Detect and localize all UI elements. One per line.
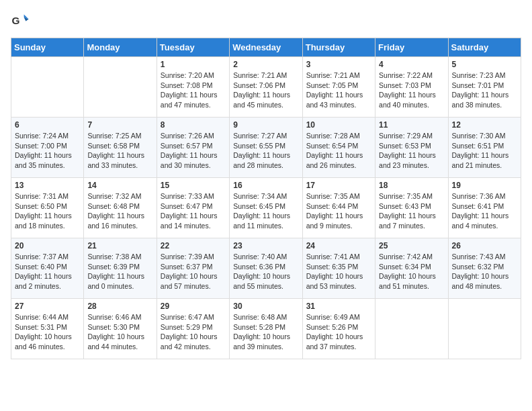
column-header-saturday: Saturday <box>448 38 521 57</box>
day-content: Sunrise: 7:21 AM Sunset: 7:05 PM Dayligh… <box>306 71 371 110</box>
day-number: 18 <box>379 181 444 190</box>
calendar-cell: 11Sunrise: 7:29 AM Sunset: 6:53 PM Dayli… <box>375 118 448 178</box>
day-number: 1 <box>161 60 226 69</box>
logo: G <box>11 11 32 30</box>
calendar-cell: 23Sunrise: 7:40 AM Sunset: 6:36 PM Dayli… <box>230 238 302 299</box>
day-content: Sunrise: 7:39 AM Sunset: 6:37 PM Dayligh… <box>161 252 226 291</box>
day-content: Sunrise: 7:21 AM Sunset: 7:06 PM Dayligh… <box>233 71 298 110</box>
day-number: 13 <box>15 181 80 190</box>
column-header-tuesday: Tuesday <box>157 38 229 57</box>
day-content: Sunrise: 7:31 AM Sunset: 6:50 PM Dayligh… <box>15 191 80 231</box>
logo-icon: G <box>11 11 30 30</box>
day-content: Sunrise: 6:44 AM Sunset: 5:31 PM Dayligh… <box>15 312 80 352</box>
day-content: Sunrise: 7:20 AM Sunset: 7:08 PM Dayligh… <box>161 71 226 110</box>
day-content: Sunrise: 7:29 AM Sunset: 6:53 PM Dayligh… <box>379 131 444 171</box>
column-header-friday: Friday <box>375 38 448 57</box>
calendar-table: SundayMondayTuesdayWednesdayThursdayFrid… <box>11 38 521 359</box>
day-number: 21 <box>87 241 152 250</box>
calendar-cell: 5Sunrise: 7:23 AM Sunset: 7:01 PM Daylig… <box>448 57 521 118</box>
day-content: Sunrise: 7:30 AM Sunset: 6:51 PM Dayligh… <box>452 131 517 171</box>
day-number: 27 <box>15 302 80 311</box>
day-number: 26 <box>452 241 517 250</box>
day-number: 11 <box>379 120 444 130</box>
day-content: Sunrise: 7:35 AM Sunset: 6:44 PM Dayligh… <box>306 191 371 231</box>
calendar-cell: 7Sunrise: 7:25 AM Sunset: 6:58 PM Daylig… <box>84 118 157 178</box>
day-number: 3 <box>306 60 371 69</box>
calendar-cell: 10Sunrise: 7:28 AM Sunset: 6:54 PM Dayli… <box>302 118 375 178</box>
calendar-header-row: SundayMondayTuesdayWednesdayThursdayFrid… <box>11 38 521 57</box>
day-content: Sunrise: 7:27 AM Sunset: 6:55 PM Dayligh… <box>233 131 298 171</box>
calendar-cell: 21Sunrise: 7:38 AM Sunset: 6:39 PM Dayli… <box>84 238 157 299</box>
day-number: 5 <box>452 60 517 69</box>
day-number: 8 <box>161 120 226 130</box>
calendar-cell: 19Sunrise: 7:36 AM Sunset: 6:41 PM Dayli… <box>448 178 521 238</box>
column-header-sunday: Sunday <box>11 38 84 57</box>
calendar-cell: 1Sunrise: 7:20 AM Sunset: 7:08 PM Daylig… <box>157 57 229 118</box>
calendar-cell: 2Sunrise: 7:21 AM Sunset: 7:06 PM Daylig… <box>230 57 302 118</box>
day-number: 24 <box>306 241 371 250</box>
day-number: 12 <box>452 120 517 130</box>
calendar-cell: 6Sunrise: 7:24 AM Sunset: 7:00 PM Daylig… <box>11 118 84 178</box>
calendar-cell: 28Sunrise: 6:46 AM Sunset: 5:30 PM Dayli… <box>84 299 157 359</box>
calendar-cell: 18Sunrise: 7:35 AM Sunset: 6:43 PM Dayli… <box>375 178 448 238</box>
day-content: Sunrise: 6:48 AM Sunset: 5:28 PM Dayligh… <box>233 312 298 352</box>
day-number: 23 <box>233 241 298 250</box>
day-content: Sunrise: 7:40 AM Sunset: 6:36 PM Dayligh… <box>233 252 298 291</box>
day-content: Sunrise: 7:28 AM Sunset: 6:54 PM Dayligh… <box>306 131 371 171</box>
day-content: Sunrise: 6:49 AM Sunset: 5:26 PM Dayligh… <box>306 312 371 352</box>
day-content: Sunrise: 6:46 AM Sunset: 5:30 PM Dayligh… <box>87 312 152 352</box>
day-number: 6 <box>15 120 80 130</box>
day-number: 17 <box>306 181 371 190</box>
day-content: Sunrise: 7:23 AM Sunset: 7:01 PM Dayligh… <box>452 71 517 110</box>
day-content: Sunrise: 7:43 AM Sunset: 6:32 PM Dayligh… <box>452 252 517 291</box>
calendar-cell: 27Sunrise: 6:44 AM Sunset: 5:31 PM Dayli… <box>11 299 84 359</box>
day-content: Sunrise: 7:42 AM Sunset: 6:34 PM Dayligh… <box>379 252 444 291</box>
day-content: Sunrise: 7:33 AM Sunset: 6:47 PM Dayligh… <box>161 191 226 231</box>
day-content: Sunrise: 7:25 AM Sunset: 6:58 PM Dayligh… <box>87 131 152 171</box>
calendar-cell: 20Sunrise: 7:37 AM Sunset: 6:40 PM Dayli… <box>11 238 84 299</box>
calendar-cell: 9Sunrise: 7:27 AM Sunset: 6:55 PM Daylig… <box>230 118 302 178</box>
calendar-cell: 29Sunrise: 6:47 AM Sunset: 5:29 PM Dayli… <box>157 299 229 359</box>
calendar-cell: 17Sunrise: 7:35 AM Sunset: 6:44 PM Dayli… <box>302 178 375 238</box>
week-row-5: 27Sunrise: 6:44 AM Sunset: 5:31 PM Dayli… <box>11 299 521 359</box>
day-number: 31 <box>306 302 371 311</box>
page-header: G <box>11 11 521 30</box>
day-content: Sunrise: 6:47 AM Sunset: 5:29 PM Dayligh… <box>161 312 226 352</box>
day-content: Sunrise: 7:38 AM Sunset: 6:39 PM Dayligh… <box>87 252 152 291</box>
svg-text:G: G <box>11 15 19 26</box>
column-header-monday: Monday <box>84 38 157 57</box>
calendar-cell <box>448 299 521 359</box>
calendar-cell: 30Sunrise: 6:48 AM Sunset: 5:28 PM Dayli… <box>230 299 302 359</box>
day-number: 19 <box>452 181 517 190</box>
calendar-cell: 26Sunrise: 7:43 AM Sunset: 6:32 PM Dayli… <box>448 238 521 299</box>
column-header-thursday: Thursday <box>302 38 375 57</box>
day-number: 29 <box>161 302 226 311</box>
day-content: Sunrise: 7:37 AM Sunset: 6:40 PM Dayligh… <box>15 252 80 291</box>
day-number: 10 <box>306 120 371 130</box>
day-content: Sunrise: 7:41 AM Sunset: 6:35 PM Dayligh… <box>306 252 371 291</box>
day-content: Sunrise: 7:32 AM Sunset: 6:48 PM Dayligh… <box>87 191 152 231</box>
day-number: 2 <box>233 60 298 69</box>
day-number: 16 <box>233 181 298 190</box>
day-number: 14 <box>87 181 152 190</box>
week-row-2: 6Sunrise: 7:24 AM Sunset: 7:00 PM Daylig… <box>11 118 521 178</box>
day-content: Sunrise: 7:22 AM Sunset: 7:03 PM Dayligh… <box>379 71 444 110</box>
day-number: 20 <box>15 241 80 250</box>
day-number: 7 <box>87 120 152 130</box>
day-number: 25 <box>379 241 444 250</box>
column-header-wednesday: Wednesday <box>230 38 302 57</box>
day-number: 28 <box>87 302 152 311</box>
calendar-cell: 3Sunrise: 7:21 AM Sunset: 7:05 PM Daylig… <box>302 57 375 118</box>
day-number: 30 <box>233 302 298 311</box>
week-row-1: 1Sunrise: 7:20 AM Sunset: 7:08 PM Daylig… <box>11 57 521 118</box>
calendar-cell: 8Sunrise: 7:26 AM Sunset: 6:57 PM Daylig… <box>157 118 229 178</box>
week-row-4: 20Sunrise: 7:37 AM Sunset: 6:40 PM Dayli… <box>11 238 521 299</box>
calendar-cell: 15Sunrise: 7:33 AM Sunset: 6:47 PM Dayli… <box>157 178 229 238</box>
calendar-cell: 24Sunrise: 7:41 AM Sunset: 6:35 PM Dayli… <box>302 238 375 299</box>
calendar-cell: 4Sunrise: 7:22 AM Sunset: 7:03 PM Daylig… <box>375 57 448 118</box>
calendar-cell: 14Sunrise: 7:32 AM Sunset: 6:48 PM Dayli… <box>84 178 157 238</box>
calendar-cell <box>11 57 84 118</box>
day-number: 22 <box>161 241 226 250</box>
calendar-cell <box>84 57 157 118</box>
week-row-3: 13Sunrise: 7:31 AM Sunset: 6:50 PM Dayli… <box>11 178 521 238</box>
